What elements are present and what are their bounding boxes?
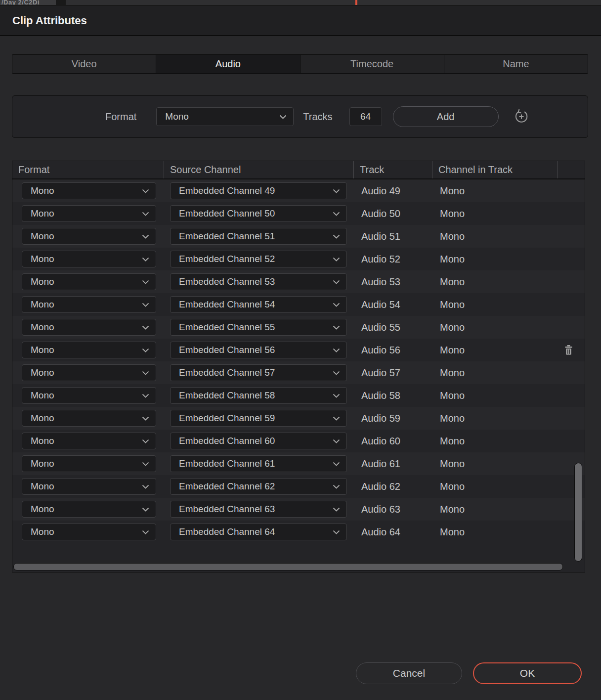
row-format-select[interactable]: Mono (22, 205, 156, 222)
tracks-label: Tracks (303, 111, 332, 123)
tab-video[interactable]: Video (12, 55, 156, 73)
row-source-channel-value: Embedded Channel 56 (171, 345, 275, 355)
row-track-label: Audio 60 (361, 436, 440, 447)
row-channel-in-track-label: Mono (440, 436, 549, 447)
row-channel-in-track-label: Mono (440, 322, 549, 333)
row-source-channel-select[interactable]: Embedded Channel 62 (170, 478, 347, 495)
row-format-select[interactable]: Mono (22, 342, 156, 358)
row-format-select[interactable]: Mono (22, 433, 156, 449)
vertical-scrollbar-thumb[interactable] (574, 463, 582, 562)
row-format-select[interactable]: Mono (22, 501, 156, 518)
reset-add-icon[interactable] (514, 109, 529, 125)
row-format-select[interactable]: Mono (22, 478, 156, 495)
row-format-select[interactable]: Mono (22, 296, 156, 313)
header-source-channel: Source Channel (164, 161, 353, 178)
row-source-channel-select[interactable]: Embedded Channel 50 (170, 205, 347, 222)
tab-name[interactable]: Name (444, 55, 588, 73)
row-source-channel-value: Embedded Channel 55 (171, 322, 275, 333)
header-format: Format (12, 161, 164, 178)
add-button[interactable]: Add (393, 106, 499, 127)
row-format-select[interactable]: Mono (22, 455, 156, 472)
dialog-titlebar: Clip Attributes (0, 6, 601, 36)
row-format-value: Mono (22, 345, 54, 355)
tab-timecode[interactable]: Timecode (300, 55, 444, 73)
row-track-label: Audio 57 (361, 367, 440, 379)
table-row: Mono Embedded Channel 60 Audio 60 Mono (12, 430, 585, 452)
row-channel-in-track-label: Mono (440, 504, 549, 515)
row-source-channel-select[interactable]: Embedded Channel 56 (170, 342, 347, 358)
chevron-down-icon (333, 234, 340, 239)
delete-track-button[interactable] (564, 345, 573, 355)
trash-icon (564, 345, 573, 355)
row-format-value: Mono (22, 436, 54, 446)
chevron-down-icon (142, 416, 149, 421)
tab-bar: Video Audio Timecode Name (12, 54, 588, 74)
row-source-channel-select[interactable]: Embedded Channel 59 (170, 410, 347, 427)
table-row: Mono Embedded Channel 59 Audio 59 Mono (12, 407, 585, 430)
row-format-value: Mono (22, 458, 54, 469)
chevron-down-icon (142, 348, 149, 352)
chevron-down-icon (142, 280, 149, 284)
page-title: Clip Attributes (0, 14, 87, 27)
chevron-down-icon (333, 257, 340, 262)
format-label: Format (105, 111, 136, 123)
tracks-input[interactable] (349, 107, 382, 126)
row-channel-in-track-label: Mono (440, 481, 549, 492)
row-track-label: Audio 55 (361, 322, 440, 333)
row-source-channel-select[interactable]: Embedded Channel 55 (170, 319, 347, 336)
chevron-down-icon (333, 348, 340, 352)
row-format-select[interactable]: Mono (22, 273, 156, 290)
row-source-channel-value: Embedded Channel 62 (171, 481, 275, 492)
row-channel-in-track-label: Mono (440, 208, 549, 219)
row-format-select[interactable]: Mono (22, 387, 156, 404)
ok-button[interactable]: OK (473, 662, 582, 684)
row-source-channel-select[interactable]: Embedded Channel 53 (170, 273, 347, 290)
chevron-down-icon (142, 234, 149, 239)
row-source-channel-value: Embedded Channel 59 (171, 413, 275, 424)
row-source-channel-value: Embedded Channel 64 (171, 526, 275, 537)
chevron-down-icon (142, 325, 149, 330)
row-format-select[interactable]: Mono (22, 364, 156, 381)
row-source-channel-select[interactable]: Embedded Channel 51 (170, 228, 347, 245)
row-format-value: Mono (22, 254, 54, 264)
format-select[interactable]: Mono (156, 107, 294, 126)
row-source-channel-select[interactable]: Embedded Channel 54 (170, 296, 347, 313)
row-format-select[interactable]: Mono (22, 251, 156, 267)
background-app-strip: /Day 2/C2Di (0, 0, 601, 6)
chevron-down-icon (142, 189, 149, 193)
row-format-value: Mono (22, 526, 54, 537)
row-format-select[interactable]: Mono (22, 182, 156, 199)
row-format-value: Mono (22, 185, 54, 196)
row-source-channel-select[interactable]: Embedded Channel 57 (170, 364, 347, 381)
cancel-button[interactable]: Cancel (356, 662, 462, 684)
row-track-label: Audio 49 (361, 185, 440, 197)
row-format-select[interactable]: Mono (22, 410, 156, 427)
tab-audio[interactable]: Audio (156, 55, 300, 73)
row-source-channel-select[interactable]: Embedded Channel 49 (170, 182, 347, 199)
row-source-channel-select[interactable]: Embedded Channel 64 (170, 524, 347, 540)
row-source-channel-select[interactable]: Embedded Channel 58 (170, 387, 347, 404)
horizontal-scrollbar-thumb[interactable] (13, 563, 563, 570)
row-source-channel-select[interactable]: Embedded Channel 52 (170, 251, 347, 267)
row-source-channel-select[interactable]: Embedded Channel 60 (170, 433, 347, 449)
row-format-value: Mono (22, 367, 54, 378)
row-track-label: Audio 63 (361, 504, 440, 515)
row-format-select[interactable]: Mono (22, 524, 156, 540)
chevron-down-icon (333, 212, 340, 216)
row-channel-in-track-label: Mono (440, 345, 549, 356)
chevron-down-icon (333, 530, 340, 534)
format-select-value: Mono (157, 111, 189, 122)
row-format-select[interactable]: Mono (22, 228, 156, 245)
chevron-down-icon (333, 439, 340, 443)
row-channel-in-track-label: Mono (440, 185, 549, 197)
table-body: Mono Embedded Channel 49 Audio 49 Mono M… (12, 179, 585, 543)
chevron-down-icon (142, 484, 149, 489)
row-format-select[interactable]: Mono (22, 319, 156, 336)
chevron-down-icon (333, 280, 340, 284)
row-source-channel-select[interactable]: Embedded Channel 61 (170, 455, 347, 472)
row-track-label: Audio 62 (361, 481, 440, 492)
row-channel-in-track-label: Mono (440, 276, 549, 288)
row-source-channel-select[interactable]: Embedded Channel 63 (170, 501, 347, 518)
row-format-value: Mono (22, 413, 54, 424)
table-row: Mono Embedded Channel 58 Audio 58 Mono (12, 384, 585, 407)
